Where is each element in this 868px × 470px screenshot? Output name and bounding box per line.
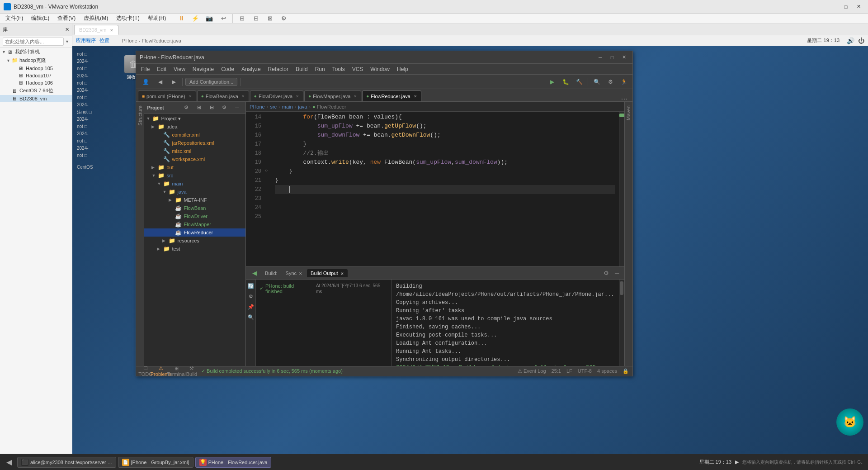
tree-hadoop106[interactable]: 🖥 Hadoop 106 — [0, 79, 72, 86]
tree-bd2308[interactable]: 🖥 BD2308_vm — [0, 95, 72, 102]
menu-file[interactable]: 文件(F) — [2, 14, 27, 23]
breadcrumb-src[interactable]: src — [270, 104, 277, 109]
ij-tab-flowreducer[interactable]: ● FlowReducer.java ✕ — [362, 90, 421, 101]
ij-menu-help[interactable]: Help — [394, 65, 411, 73]
project-gear2-btn[interactable]: ⚙ — [218, 103, 230, 113]
build-action-1[interactable]: 🔄 — [246, 281, 255, 290]
ij-menu-build[interactable]: Build — [292, 65, 311, 73]
vm-tab-bd2308[interactable]: BD2308_vm ✕ — [74, 25, 118, 35]
ij-build-btn[interactable]: 🔨 — [573, 77, 585, 87]
ij-menu-code[interactable]: Code — [218, 65, 237, 73]
breadcrumb-java[interactable]: java — [298, 104, 307, 109]
fullscreen-button[interactable]: ⊞ — [236, 13, 248, 24]
restore-button[interactable]: ↩ — [217, 13, 230, 24]
tree-hadoop105[interactable]: 🖥 Hadoop 105 — [0, 65, 72, 72]
tree-out-folder[interactable]: ▶ 📁 out — [144, 163, 245, 171]
tab-close-flowdriver[interactable]: ✕ — [296, 94, 299, 99]
ij-forward-btn[interactable]: ▶ — [168, 77, 179, 87]
tree-my-computer[interactable]: ▼ 🖥 我的计算机 — [0, 47, 72, 56]
tree-jar-repos[interactable]: 🔧 jarRepositories.xml — [144, 139, 245, 147]
bottom-tab-build[interactable]: Build: — [261, 269, 281, 277]
ij-menu-run[interactable]: Run — [312, 65, 328, 73]
search-dropdown-icon[interactable]: ▼ — [65, 39, 69, 44]
library-search-input[interactable] — [3, 38, 64, 46]
ij-menu-edit[interactable]: Edit — [154, 65, 170, 73]
power-button[interactable]: ⚡ — [189, 13, 202, 24]
ij-minimize[interactable]: ─ — [595, 53, 605, 62]
vm-tab-close[interactable]: ✕ — [110, 28, 113, 33]
pause-button[interactable]: ⏸ — [175, 13, 188, 24]
ij-profile-btn[interactable]: 👤 — [139, 77, 152, 87]
ij-tab-pomxml[interactable]: ■ pom.xml (PHone) ✕ — [138, 90, 196, 101]
taskbar-btn-terminal[interactable]: ⬛ alice@my2308-host:/export/server-... — [17, 457, 116, 468]
ij-tab-flowdriver[interactable]: ● FlowDriver.java ✕ — [250, 90, 303, 101]
project-expand-btn[interactable]: ⊞ — [193, 103, 205, 113]
library-search[interactable]: ▼ — [0, 36, 72, 47]
tree-flowreducer[interactable]: ☕ FlowReducer — [144, 228, 245, 237]
scroll-thumb[interactable] — [620, 281, 623, 295]
snapshot-button[interactable]: 📷 — [203, 13, 216, 24]
tree-workspace-xml[interactable]: 🔧 workspace.xml — [144, 155, 245, 163]
ij-run-indicator[interactable]: 🏃 — [618, 77, 630, 87]
menu-view[interactable]: 查看(V) — [54, 14, 79, 23]
ij-menu-navigate[interactable]: Navigate — [189, 65, 217, 73]
todo-btn[interactable]: ☐ TODO — [140, 366, 151, 376]
ij-back-btn[interactable]: ◀ — [154, 77, 166, 87]
maven-label[interactable]: Maven — [625, 104, 632, 122]
menu-help[interactable]: 帮助(H) — [144, 14, 170, 23]
bottom-settings-btn[interactable]: ⚙ — [602, 269, 611, 278]
ij-menu-refactor[interactable]: Refactor — [265, 65, 292, 73]
tree-java-folder[interactable]: ▼ 📁 java — [144, 188, 245, 196]
taskbar-btn-flowreducer[interactable]: 💡 PHone - FlowReducer.java — [195, 457, 272, 468]
ij-menu-window[interactable]: Window — [367, 65, 393, 73]
ij-run-btn[interactable]: ▶ — [546, 77, 558, 87]
project-close-btn[interactable]: ─ — [231, 103, 243, 113]
build-action-2[interactable]: ⚙ — [246, 292, 255, 301]
ij-close[interactable]: ✕ — [619, 53, 629, 62]
tree-src-folder[interactable]: ▼ 📁 src — [144, 171, 245, 180]
tree-resources[interactable]: ▶ 📁 resources — [144, 237, 245, 245]
tree-hadoop-clone[interactable]: ▼ 📁 hadoop克隆 — [0, 56, 72, 65]
window-button[interactable]: ⊟ — [250, 13, 262, 24]
tree-hadoop107[interactable]: 🖥 Hadoop107 — [0, 72, 72, 79]
ij-tab-flowbean[interactable]: ● FlowBean.java ✕ — [197, 90, 249, 101]
tab-close-flowreducer[interactable]: ✕ — [414, 94, 417, 99]
ij-gear-btn[interactable]: ⚙ — [604, 77, 616, 87]
bottom-close-panel-btn[interactable]: ─ — [613, 269, 622, 278]
menu-tabs[interactable]: 选项卡(T) — [113, 14, 143, 23]
project-collapse-btn[interactable]: ⊟ — [206, 103, 217, 113]
ij-menu-tools[interactable]: Tools — [329, 65, 348, 73]
ij-menu-analyze[interactable]: Analyze — [238, 65, 264, 73]
close-button[interactable]: ✕ — [853, 2, 864, 11]
tab-overflow-btn[interactable]: … — [621, 93, 631, 101]
ij-debug-btn[interactable]: 🐛 — [560, 77, 571, 87]
terminal-btn[interactable]: ⊞ Terminal — [170, 366, 182, 376]
build-back-btn[interactable]: ◀ — [249, 268, 260, 278]
bottom-tab-sync[interactable]: Sync ✕ — [282, 269, 307, 277]
taskbar-btn-back[interactable]: ◀ — [3, 456, 15, 468]
build-btn[interactable]: ⚒ Build — [186, 366, 198, 376]
tab-close-pom[interactable]: ✕ — [189, 94, 192, 99]
tree-misc-xml[interactable]: 🔧 misc.xml — [144, 147, 245, 155]
ij-search-btn[interactable]: 🔍 — [591, 77, 603, 87]
apps-item[interactable]: 应用程序 — [76, 37, 96, 44]
breadcrumb-main[interactable]: main — [282, 104, 293, 109]
bottom-tab-build-output[interactable]: Build Output ✕ — [307, 269, 348, 277]
ij-menu-vcs[interactable]: VCS — [349, 65, 367, 73]
breadcrumb-flowreducer[interactable]: ●FlowReducer — [312, 104, 346, 109]
minimize-button[interactable]: ─ — [827, 2, 839, 11]
editor-scrollbar[interactable] — [619, 112, 624, 266]
taskbar-btn-groupby[interactable]: 📄 [Phone - GroupBy_jar.xml] — [118, 457, 193, 468]
breadcrumb-phone[interactable]: PHone — [250, 104, 265, 109]
ij-menu-file[interactable]: File — [138, 65, 153, 73]
tree-project-root[interactable]: ▼ 📁 Project ▾ — [144, 114, 245, 123]
ij-menu-view[interactable]: View — [170, 65, 189, 73]
tree-meta-inf[interactable]: ▶ 📁 META-INF — [144, 196, 245, 204]
build-action-3[interactable]: 📌 — [246, 302, 255, 311]
tree-flowmapper[interactable]: ☕ FlowMapper — [144, 220, 245, 228]
power-status-icon[interactable]: ⏻ — [858, 37, 864, 44]
tree-flowdriver[interactable]: ☕ FlowDriver — [144, 212, 245, 220]
menu-vm[interactable]: 虚拟机(M) — [80, 14, 112, 23]
switch-button[interactable]: ⊠ — [264, 13, 276, 24]
location-item[interactable]: 位置 — [99, 37, 109, 44]
